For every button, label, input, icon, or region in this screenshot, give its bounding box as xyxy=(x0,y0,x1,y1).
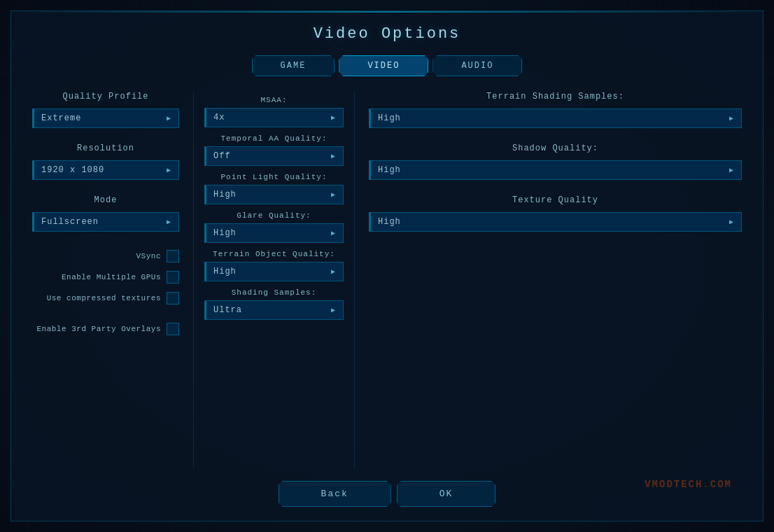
bottom-row: Back OK xyxy=(32,481,742,507)
page-title: Video Options xyxy=(314,25,461,43)
middle-column: MSAA: 4x ▶ Temporal AA Quality: Off ▶ Po… xyxy=(193,92,354,468)
terrain-object-quality-value: High xyxy=(213,267,237,276)
tabs-row: GAME VIDEO AUDIO xyxy=(252,55,523,76)
vsync-checkbox[interactable] xyxy=(167,250,179,262)
ok-button[interactable]: OK xyxy=(397,481,496,507)
terrain-object-quality-dropdown[interactable]: High ▶ xyxy=(204,262,344,281)
glare-quality-dropdown[interactable]: High ▶ xyxy=(204,223,344,243)
use-compressed-textures-label: Use compressed textures xyxy=(47,294,161,302)
temporal-aa-quality-arrow: ▶ xyxy=(331,152,336,160)
left-column: Quality Profile Extreme ▶ Resolution 192… xyxy=(32,92,193,468)
shadow-quality-arrow: ▶ xyxy=(729,166,734,174)
main-panel: Video Options GAME VIDEO AUDIO Quality P… xyxy=(10,10,764,522)
right-column: Terrain Shading Samples: High ▶ Shadow Q… xyxy=(354,92,742,468)
vsync-label: VSync xyxy=(136,252,161,260)
msaa-dropdown[interactable]: 4x ▶ xyxy=(204,108,344,127)
enable-3rd-party-overlays-checkbox[interactable] xyxy=(167,323,179,335)
content-area: Quality Profile Extreme ▶ Resolution 192… xyxy=(32,92,742,468)
enable-multiple-gpus-checkbox[interactable] xyxy=(167,271,179,284)
enable-3rd-party-overlays-label: Enable 3rd Party Overlays xyxy=(36,325,161,333)
terrain-shading-samples-label: Terrain Shading Samples: xyxy=(369,92,742,102)
shadow-quality-dropdown[interactable]: High ▶ xyxy=(369,160,742,180)
shading-samples-arrow: ▶ xyxy=(331,306,336,314)
use-compressed-textures-checkbox[interactable] xyxy=(167,292,179,304)
resolution-arrow: ▶ xyxy=(167,166,171,174)
resolution-dropdown[interactable]: 1920 x 1080 ▶ xyxy=(32,160,179,180)
point-light-quality-dropdown[interactable]: High ▶ xyxy=(204,185,344,204)
point-light-quality-label: Point Light Quality: xyxy=(204,173,344,181)
tab-audio[interactable]: AUDIO xyxy=(432,55,522,76)
temporal-aa-quality-label: Temporal AA Quality: xyxy=(204,134,344,143)
temporal-aa-quality-value: Off xyxy=(213,151,231,161)
texture-quality-label: Texture Quality xyxy=(369,195,742,205)
terrain-shading-samples-value: High xyxy=(378,113,401,123)
terrain-object-quality-label: Terrain Object Quality: xyxy=(204,250,344,258)
quality-profile-label: Quality Profile xyxy=(32,92,179,102)
texture-quality-arrow: ▶ xyxy=(729,218,734,226)
texture-quality-dropdown[interactable]: High ▶ xyxy=(369,212,742,232)
mode-label: Mode xyxy=(32,195,179,205)
enable-3rd-party-overlays-row: Enable 3rd Party Overlays xyxy=(32,323,179,335)
terrain-shading-samples-arrow: ▶ xyxy=(729,114,734,122)
enable-multiple-gpus-row: Enable Multiple GPUs xyxy=(32,271,179,284)
shadow-quality-value: High xyxy=(378,165,401,175)
glare-quality-arrow: ▶ xyxy=(331,229,336,237)
glare-quality-value: High xyxy=(213,228,237,238)
mode-dropdown[interactable]: Fullscreen ▶ xyxy=(32,212,179,232)
msaa-label: MSAA: xyxy=(204,96,344,104)
resolution-label: Resolution xyxy=(32,144,179,153)
shading-samples-dropdown[interactable]: Ultra ▶ xyxy=(204,300,344,320)
enable-multiple-gpus-label: Enable Multiple GPUs xyxy=(62,273,161,281)
tab-video[interactable]: VIDEO xyxy=(339,55,428,76)
temporal-aa-quality-dropdown[interactable]: Off ▶ xyxy=(204,146,344,166)
shadow-quality-label: Shadow Quality: xyxy=(369,144,742,153)
resolution-value: 1920 x 1080 xyxy=(41,165,104,175)
msaa-value: 4x xyxy=(213,113,225,122)
use-compressed-textures-row: Use compressed textures xyxy=(32,292,179,304)
back-button[interactable]: Back xyxy=(279,481,391,507)
terrain-object-quality-arrow: ▶ xyxy=(331,267,336,276)
texture-quality-value: High xyxy=(378,217,401,227)
shading-samples-label: Shading Samples: xyxy=(204,288,344,297)
watermark: VMODTECH.COM xyxy=(645,479,732,490)
quality-profile-arrow: ▶ xyxy=(167,114,171,122)
quality-profile-value: Extreme xyxy=(41,113,81,123)
point-light-quality-arrow: ▶ xyxy=(331,190,336,199)
mode-arrow: ▶ xyxy=(167,218,171,226)
vsync-row: VSync xyxy=(32,250,179,262)
shading-samples-value: Ultra xyxy=(213,305,242,315)
point-light-quality-value: High xyxy=(213,190,237,200)
tab-game[interactable]: GAME xyxy=(252,55,335,76)
msaa-arrow: ▶ xyxy=(331,113,336,122)
quality-profile-dropdown[interactable]: Extreme ▶ xyxy=(32,108,179,128)
glare-quality-label: Glare Quality: xyxy=(204,211,344,220)
mode-value: Fullscreen xyxy=(41,217,99,227)
terrain-shading-samples-dropdown[interactable]: High ▶ xyxy=(369,108,742,128)
